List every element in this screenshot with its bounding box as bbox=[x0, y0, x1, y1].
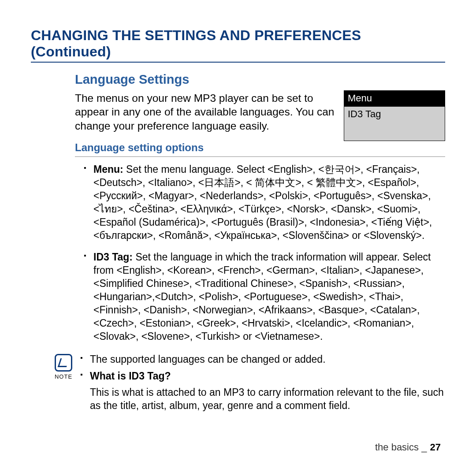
intro-text: The menus on your new MP3 player can be … bbox=[75, 91, 336, 133]
note-question: What is ID3 Tag? bbox=[90, 370, 171, 382]
language-options-list: Menu: Set the menu language. Select <Eng… bbox=[75, 163, 445, 343]
note-icon-column: NOTE bbox=[54, 354, 73, 380]
option-id3tag: ID3 Tag: Set the language in which the t… bbox=[84, 251, 445, 343]
option-menu-label: Menu: bbox=[93, 164, 123, 175]
note-answer: This is what is attached to an MP3 to ca… bbox=[90, 386, 445, 413]
page-title: CHANGING THE SETTINGS AND PREFERENCES (C… bbox=[31, 27, 445, 63]
note-block: NOTE The supported languages can be chan… bbox=[54, 353, 445, 413]
note-list: The supported languages can be changed o… bbox=[80, 353, 445, 383]
manual-page: CHANGING THE SETTINGS AND PREFERENCES (C… bbox=[0, 0, 476, 476]
option-id3-label: ID3 Tag: bbox=[93, 251, 133, 263]
section-heading: Language Settings bbox=[75, 72, 445, 87]
note-line-question: What is ID3 Tag? bbox=[80, 370, 445, 383]
menu-box-item: ID3 Tag bbox=[344, 107, 445, 141]
intro-wrap: The menus on your new MP3 player can be … bbox=[75, 90, 445, 141]
note-icon bbox=[55, 354, 72, 372]
page-footer: the basics _ 27 bbox=[375, 442, 441, 453]
footer-separator: _ bbox=[421, 442, 427, 453]
footer-section-name: the basics bbox=[375, 442, 419, 453]
note-content: The supported languages can be changed o… bbox=[80, 353, 445, 413]
note-line-supported: The supported languages can be changed o… bbox=[80, 353, 445, 366]
language-settings-section: Language Settings The menus on your new … bbox=[75, 72, 445, 413]
menu-preview-box: Menu ID3 Tag bbox=[344, 90, 445, 141]
option-menu-text: Set the menu language. Select <English>,… bbox=[93, 164, 432, 241]
note-label: NOTE bbox=[55, 373, 72, 380]
sub-heading: Language setting options bbox=[75, 141, 445, 154]
sub-heading-rule bbox=[75, 156, 445, 157]
footer-page-number: 27 bbox=[430, 442, 441, 453]
option-id3-text: Set the language in which the track info… bbox=[93, 251, 431, 342]
option-menu: Menu: Set the menu language. Select <Eng… bbox=[84, 163, 445, 242]
menu-box-header: Menu bbox=[344, 91, 445, 107]
